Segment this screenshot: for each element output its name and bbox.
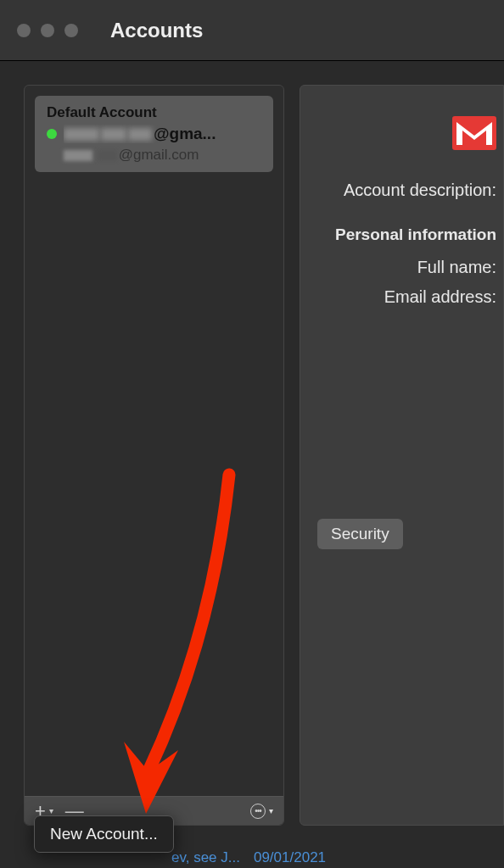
titlebar: Accounts	[0, 0, 504, 61]
email-address-label: Email address:	[316, 287, 503, 307]
background-window-fragment: ev, see J... 09/01/2021	[171, 849, 326, 866]
more-options-dropdown-icon[interactable]: ▾	[269, 806, 277, 815]
status-online-icon	[47, 129, 57, 139]
ellipsis-icon: •••	[250, 804, 266, 819]
account-list-item[interactable]: Default Account @gma... @gmail.com	[35, 96, 273, 172]
add-account-menu: New Account...	[34, 815, 174, 853]
account-primary-row: @gma...	[47, 125, 261, 143]
account-description-label: Account description:	[316, 181, 503, 200]
window-controls	[17, 24, 78, 37]
background-text-1: ev, see J...	[171, 849, 240, 866]
maximize-window-button[interactable]	[64, 24, 78, 37]
account-primary-email: @gma...	[64, 125, 216, 143]
background-text-2: 09/01/2021	[254, 849, 326, 866]
minimize-window-button[interactable]	[41, 24, 54, 37]
add-account-dropdown-icon[interactable]: ▾	[49, 806, 57, 815]
new-account-menu-item[interactable]: New Account...	[43, 821, 165, 847]
account-detail-pane: Account description: Personal informatio…	[300, 85, 504, 826]
default-account-label: Default Account	[47, 104, 261, 121]
more-options-button[interactable]: •••	[247, 804, 269, 819]
window-title: Accounts	[110, 19, 203, 42]
accounts-sidebar: Default Account @gma... @gmail.com + ▾ —…	[24, 85, 284, 826]
content-area: Default Account @gma... @gmail.com + ▾ —…	[0, 61, 504, 826]
account-secondary-email: @gmail.com	[64, 147, 261, 164]
close-window-button[interactable]	[17, 24, 31, 37]
full-name-label: Full name:	[316, 258, 503, 277]
personal-information-header: Personal information	[316, 225, 503, 244]
security-button[interactable]: Security	[317, 519, 403, 549]
gmail-icon	[452, 116, 496, 150]
